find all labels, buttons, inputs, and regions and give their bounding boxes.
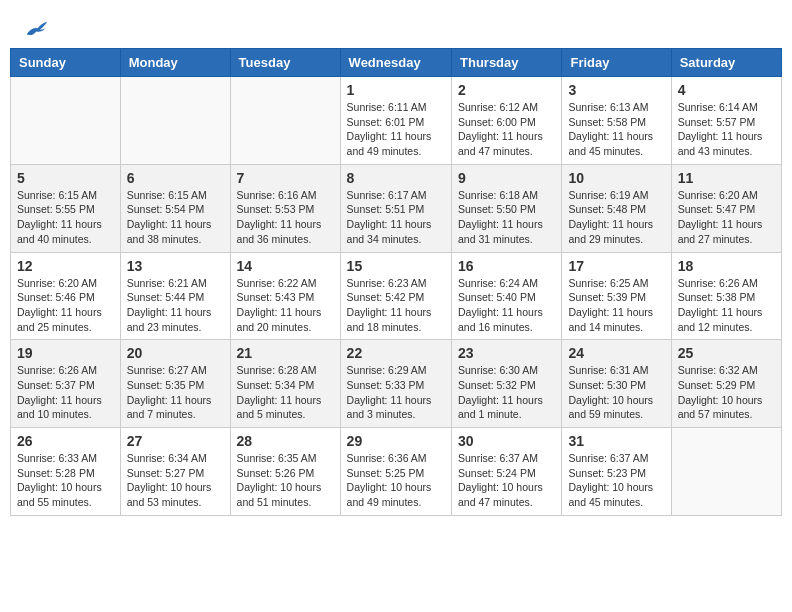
logo bbox=[25, 20, 53, 38]
day-info: Sunrise: 6:35 AM Sunset: 5:26 PM Dayligh… bbox=[237, 451, 334, 510]
day-info: Sunrise: 6:16 AM Sunset: 5:53 PM Dayligh… bbox=[237, 188, 334, 247]
calendar-day-cell: 17Sunrise: 6:25 AM Sunset: 5:39 PM Dayli… bbox=[562, 252, 671, 340]
calendar-day-cell: 18Sunrise: 6:26 AM Sunset: 5:38 PM Dayli… bbox=[671, 252, 781, 340]
day-info: Sunrise: 6:27 AM Sunset: 5:35 PM Dayligh… bbox=[127, 363, 224, 422]
calendar-day-cell: 29Sunrise: 6:36 AM Sunset: 5:25 PM Dayli… bbox=[340, 428, 451, 516]
day-number: 13 bbox=[127, 258, 224, 274]
calendar-header-wednesday: Wednesday bbox=[340, 49, 451, 77]
day-number: 4 bbox=[678, 82, 775, 98]
calendar-day-cell: 28Sunrise: 6:35 AM Sunset: 5:26 PM Dayli… bbox=[230, 428, 340, 516]
day-info: Sunrise: 6:23 AM Sunset: 5:42 PM Dayligh… bbox=[347, 276, 445, 335]
calendar-header-monday: Monday bbox=[120, 49, 230, 77]
day-number: 15 bbox=[347, 258, 445, 274]
day-number: 21 bbox=[237, 345, 334, 361]
calendar-header-saturday: Saturday bbox=[671, 49, 781, 77]
day-number: 12 bbox=[17, 258, 114, 274]
day-number: 31 bbox=[568, 433, 664, 449]
day-number: 1 bbox=[347, 82, 445, 98]
day-info: Sunrise: 6:15 AM Sunset: 5:54 PM Dayligh… bbox=[127, 188, 224, 247]
calendar-day-cell: 13Sunrise: 6:21 AM Sunset: 5:44 PM Dayli… bbox=[120, 252, 230, 340]
day-number: 7 bbox=[237, 170, 334, 186]
calendar-day-cell: 12Sunrise: 6:20 AM Sunset: 5:46 PM Dayli… bbox=[11, 252, 121, 340]
day-number: 25 bbox=[678, 345, 775, 361]
calendar-day-cell: 25Sunrise: 6:32 AM Sunset: 5:29 PM Dayli… bbox=[671, 340, 781, 428]
calendar-day-cell: 11Sunrise: 6:20 AM Sunset: 5:47 PM Dayli… bbox=[671, 164, 781, 252]
day-number: 18 bbox=[678, 258, 775, 274]
calendar-day-cell: 10Sunrise: 6:19 AM Sunset: 5:48 PM Dayli… bbox=[562, 164, 671, 252]
calendar-day-cell: 23Sunrise: 6:30 AM Sunset: 5:32 PM Dayli… bbox=[452, 340, 562, 428]
calendar-day-cell bbox=[11, 77, 121, 165]
day-number: 27 bbox=[127, 433, 224, 449]
calendar-day-cell: 4Sunrise: 6:14 AM Sunset: 5:57 PM Daylig… bbox=[671, 77, 781, 165]
day-info: Sunrise: 6:14 AM Sunset: 5:57 PM Dayligh… bbox=[678, 100, 775, 159]
day-info: Sunrise: 6:26 AM Sunset: 5:38 PM Dayligh… bbox=[678, 276, 775, 335]
day-number: 30 bbox=[458, 433, 555, 449]
calendar-day-cell: 1Sunrise: 6:11 AM Sunset: 6:01 PM Daylig… bbox=[340, 77, 451, 165]
day-info: Sunrise: 6:20 AM Sunset: 5:47 PM Dayligh… bbox=[678, 188, 775, 247]
day-info: Sunrise: 6:20 AM Sunset: 5:46 PM Dayligh… bbox=[17, 276, 114, 335]
calendar-day-cell: 31Sunrise: 6:37 AM Sunset: 5:23 PM Dayli… bbox=[562, 428, 671, 516]
calendar-day-cell: 30Sunrise: 6:37 AM Sunset: 5:24 PM Dayli… bbox=[452, 428, 562, 516]
day-info: Sunrise: 6:32 AM Sunset: 5:29 PM Dayligh… bbox=[678, 363, 775, 422]
day-info: Sunrise: 6:36 AM Sunset: 5:25 PM Dayligh… bbox=[347, 451, 445, 510]
day-info: Sunrise: 6:37 AM Sunset: 5:24 PM Dayligh… bbox=[458, 451, 555, 510]
calendar-day-cell: 22Sunrise: 6:29 AM Sunset: 5:33 PM Dayli… bbox=[340, 340, 451, 428]
day-number: 3 bbox=[568, 82, 664, 98]
calendar-day-cell: 3Sunrise: 6:13 AM Sunset: 5:58 PM Daylig… bbox=[562, 77, 671, 165]
calendar-table: SundayMondayTuesdayWednesdayThursdayFrid… bbox=[10, 48, 782, 516]
day-number: 24 bbox=[568, 345, 664, 361]
day-info: Sunrise: 6:25 AM Sunset: 5:39 PM Dayligh… bbox=[568, 276, 664, 335]
calendar-day-cell bbox=[120, 77, 230, 165]
day-info: Sunrise: 6:13 AM Sunset: 5:58 PM Dayligh… bbox=[568, 100, 664, 159]
page-header bbox=[10, 10, 782, 43]
calendar-day-cell: 6Sunrise: 6:15 AM Sunset: 5:54 PM Daylig… bbox=[120, 164, 230, 252]
calendar-header-tuesday: Tuesday bbox=[230, 49, 340, 77]
logo-bird-icon bbox=[25, 20, 49, 38]
day-number: 11 bbox=[678, 170, 775, 186]
calendar-day-cell: 21Sunrise: 6:28 AM Sunset: 5:34 PM Dayli… bbox=[230, 340, 340, 428]
day-info: Sunrise: 6:12 AM Sunset: 6:00 PM Dayligh… bbox=[458, 100, 555, 159]
day-info: Sunrise: 6:28 AM Sunset: 5:34 PM Dayligh… bbox=[237, 363, 334, 422]
day-number: 10 bbox=[568, 170, 664, 186]
day-number: 17 bbox=[568, 258, 664, 274]
day-number: 20 bbox=[127, 345, 224, 361]
calendar-day-cell: 16Sunrise: 6:24 AM Sunset: 5:40 PM Dayli… bbox=[452, 252, 562, 340]
day-info: Sunrise: 6:24 AM Sunset: 5:40 PM Dayligh… bbox=[458, 276, 555, 335]
calendar-day-cell: 27Sunrise: 6:34 AM Sunset: 5:27 PM Dayli… bbox=[120, 428, 230, 516]
day-info: Sunrise: 6:37 AM Sunset: 5:23 PM Dayligh… bbox=[568, 451, 664, 510]
day-number: 6 bbox=[127, 170, 224, 186]
day-info: Sunrise: 6:11 AM Sunset: 6:01 PM Dayligh… bbox=[347, 100, 445, 159]
calendar-day-cell bbox=[230, 77, 340, 165]
day-info: Sunrise: 6:26 AM Sunset: 5:37 PM Dayligh… bbox=[17, 363, 114, 422]
day-info: Sunrise: 6:18 AM Sunset: 5:50 PM Dayligh… bbox=[458, 188, 555, 247]
day-info: Sunrise: 6:17 AM Sunset: 5:51 PM Dayligh… bbox=[347, 188, 445, 247]
calendar-header-thursday: Thursday bbox=[452, 49, 562, 77]
day-number: 28 bbox=[237, 433, 334, 449]
calendar-header-sunday: Sunday bbox=[11, 49, 121, 77]
day-number: 16 bbox=[458, 258, 555, 274]
day-number: 8 bbox=[347, 170, 445, 186]
day-info: Sunrise: 6:34 AM Sunset: 5:27 PM Dayligh… bbox=[127, 451, 224, 510]
day-number: 14 bbox=[237, 258, 334, 274]
calendar-week-row: 12Sunrise: 6:20 AM Sunset: 5:46 PM Dayli… bbox=[11, 252, 782, 340]
calendar-day-cell: 8Sunrise: 6:17 AM Sunset: 5:51 PM Daylig… bbox=[340, 164, 451, 252]
calendar-day-cell: 19Sunrise: 6:26 AM Sunset: 5:37 PM Dayli… bbox=[11, 340, 121, 428]
calendar-day-cell: 9Sunrise: 6:18 AM Sunset: 5:50 PM Daylig… bbox=[452, 164, 562, 252]
calendar-day-cell: 20Sunrise: 6:27 AM Sunset: 5:35 PM Dayli… bbox=[120, 340, 230, 428]
calendar-day-cell bbox=[671, 428, 781, 516]
day-number: 5 bbox=[17, 170, 114, 186]
calendar-day-cell: 5Sunrise: 6:15 AM Sunset: 5:55 PM Daylig… bbox=[11, 164, 121, 252]
calendar-week-row: 5Sunrise: 6:15 AM Sunset: 5:55 PM Daylig… bbox=[11, 164, 782, 252]
calendar-day-cell: 26Sunrise: 6:33 AM Sunset: 5:28 PM Dayli… bbox=[11, 428, 121, 516]
calendar-day-cell: 15Sunrise: 6:23 AM Sunset: 5:42 PM Dayli… bbox=[340, 252, 451, 340]
calendar-header-friday: Friday bbox=[562, 49, 671, 77]
calendar-day-cell: 7Sunrise: 6:16 AM Sunset: 5:53 PM Daylig… bbox=[230, 164, 340, 252]
calendar-week-row: 26Sunrise: 6:33 AM Sunset: 5:28 PM Dayli… bbox=[11, 428, 782, 516]
calendar-week-row: 1Sunrise: 6:11 AM Sunset: 6:01 PM Daylig… bbox=[11, 77, 782, 165]
day-number: 2 bbox=[458, 82, 555, 98]
day-number: 29 bbox=[347, 433, 445, 449]
day-info: Sunrise: 6:22 AM Sunset: 5:43 PM Dayligh… bbox=[237, 276, 334, 335]
day-info: Sunrise: 6:15 AM Sunset: 5:55 PM Dayligh… bbox=[17, 188, 114, 247]
day-info: Sunrise: 6:33 AM Sunset: 5:28 PM Dayligh… bbox=[17, 451, 114, 510]
day-info: Sunrise: 6:21 AM Sunset: 5:44 PM Dayligh… bbox=[127, 276, 224, 335]
